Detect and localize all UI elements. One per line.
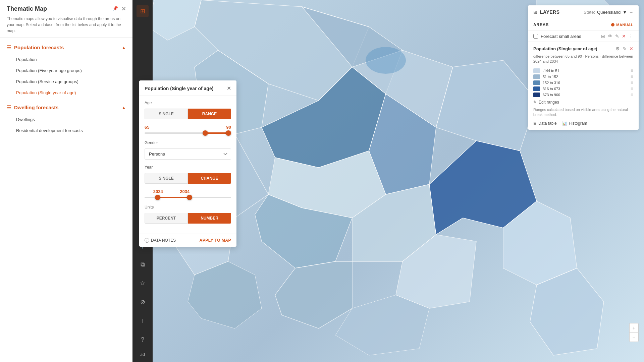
- sidebar-item-population[interactable]: Population: [0, 54, 132, 65]
- sidebar-item-residential-dev[interactable]: Residential development forecasts: [0, 125, 132, 136]
- forecast-eye-icon[interactable]: 👁: [608, 34, 612, 39]
- layer-settings-icon[interactable]: ⚙: [615, 46, 620, 51]
- layers-icon[interactable]: ⧉: [137, 258, 149, 270]
- year-slider-fill: [158, 197, 190, 198]
- legend-left-4: 673 to 966: [533, 93, 560, 97]
- pin-icon[interactable]: 📌: [112, 6, 118, 12]
- layer-close-icon[interactable]: ✕: [629, 46, 633, 51]
- units-percent-btn[interactable]: PERCENT: [145, 213, 188, 224]
- svg-marker-13: [436, 60, 537, 151]
- population-section-title: Population forecasts: [14, 45, 64, 50]
- age-slider-thumb-end[interactable]: [226, 130, 231, 136]
- upload-icon[interactable]: ↑: [137, 315, 149, 327]
- help-icon[interactable]: ?: [137, 334, 149, 346]
- areas-row: AREAS MANUAL: [528, 19, 639, 31]
- legend-color-1: [533, 74, 540, 79]
- layer-detail-icons: ⚙ ✎ ✕: [615, 46, 633, 51]
- gender-section-label: Gender: [145, 140, 231, 145]
- data-table-button[interactable]: ⊞ Data table: [533, 121, 557, 126]
- legend-grid-1: ⊞: [631, 75, 633, 78]
- popup-footer: i DATA NOTES APPLY TO MAP: [139, 234, 236, 247]
- forecast-menu-icon[interactable]: ⋮: [629, 34, 633, 39]
- data-notes-button[interactable]: i DATA NOTES: [145, 238, 176, 243]
- population-section-icon: ☰: [7, 44, 11, 51]
- table-icon: ⊞: [533, 121, 537, 126]
- year-change-btn[interactable]: CHANGE: [188, 173, 231, 184]
- histogram-icon: 📊: [562, 121, 567, 126]
- sidebar-item-population-service[interactable]: Population (Service age groups): [0, 76, 132, 87]
- legend-label-4: 673 to 966: [543, 93, 560, 97]
- age-single-btn[interactable]: SINGLE: [145, 109, 188, 119]
- edit-icon: ✎: [533, 100, 537, 105]
- histogram-button[interactable]: 📊 Histogram: [562, 121, 587, 126]
- data-table-label: Data table: [538, 121, 557, 126]
- dwelling-forecasts-section-header[interactable]: ☰ Dwelling forecasts ▲: [0, 101, 132, 114]
- svg-point-19: [366, 47, 406, 74]
- year-slider-thumb-start[interactable]: [155, 195, 160, 200]
- units-number-btn[interactable]: NUMBER: [188, 213, 231, 224]
- age-section-label: Age: [145, 101, 231, 105]
- close-sidebar-icon[interactable]: ✕: [121, 6, 126, 12]
- layers-nav-icon[interactable]: →: [629, 10, 633, 15]
- legend-left-3: 316 to 673: [533, 86, 560, 91]
- year-slider-labels: 2024 2034: [145, 189, 231, 194]
- popup-header: Population (Single year of age) ✕: [139, 80, 236, 96]
- legend-grid-4: ⊞: [631, 93, 633, 97]
- age-slider-container: 65 90: [145, 125, 231, 134]
- gender-select[interactable]: Persons Males Females: [145, 148, 231, 160]
- bookmark-icon[interactable]: ☆: [137, 277, 149, 289]
- sidebar-header: Thematic Map 📌 ✕ Thematic maps allow you…: [0, 0, 132, 38]
- legend-grid-3: ⊞: [631, 87, 633, 90]
- forecast-row: Forecast small areas ⊞ 👁 ✎ ✕ ⋮: [528, 31, 639, 42]
- year-section-label: Year: [145, 165, 231, 170]
- state-label: State:: [584, 10, 595, 15]
- zoom-out-button[interactable]: −: [629, 333, 639, 342]
- sidebar-item-population-single-year[interactable]: Population (Single year of age): [0, 87, 132, 98]
- section-header-left: ☰ Population forecasts: [7, 44, 64, 51]
- popup-dialog: Population (Single year of age) ✕ Age SI…: [139, 80, 236, 247]
- dwelling-section-title: Dwelling forecasts: [14, 105, 59, 110]
- layer-edit-icon[interactable]: ✎: [623, 46, 627, 51]
- zoom-in-button[interactable]: +: [629, 323, 639, 333]
- sidebar: Thematic Map 📌 ✕ Thematic maps allow you…: [0, 0, 132, 362]
- sidebar-title: Thematic Map 📌 ✕: [7, 5, 126, 12]
- legend-label-0: -144 to 51: [543, 69, 559, 73]
- legend-left-1: 51 to 152: [533, 74, 558, 79]
- year-single-btn[interactable]: SINGLE: [145, 173, 188, 184]
- age-range-btn[interactable]: RANGE: [188, 109, 231, 119]
- dwelling-section-header-left: ☰ Dwelling forecasts: [7, 104, 59, 111]
- layer-description: difference between 65 and 90 - Persons -…: [533, 54, 633, 64]
- state-value: Queensland: [597, 10, 621, 15]
- compare-icon[interactable]: ⊘: [137, 296, 149, 308]
- legend-color-3: [533, 86, 540, 91]
- year-end-label: 2034: [180, 189, 190, 194]
- age-slider-thumb-start[interactable]: [203, 130, 208, 136]
- population-forecasts-section-header[interactable]: ☰ Population forecasts ▲: [0, 41, 132, 54]
- age-slider-track[interactable]: [145, 132, 231, 134]
- sidebar-title-text: Thematic Map: [7, 5, 47, 12]
- legend-label-2: 152 to 316: [543, 81, 560, 85]
- year-slider-track[interactable]: [145, 197, 231, 198]
- forecast-checkbox[interactable]: [533, 34, 538, 39]
- edit-ranges-button[interactable]: ✎ Edit ranges: [533, 100, 633, 105]
- age-slider-fill: [205, 132, 229, 134]
- forecast-grid-icon[interactable]: ⊞: [601, 34, 605, 39]
- units-toggle-group: PERCENT NUMBER: [145, 213, 231, 224]
- apply-to-map-button[interactable]: APPLY TO MAP: [200, 238, 231, 243]
- forecast-delete-icon[interactable]: ✕: [622, 34, 626, 39]
- sidebar-item-population-five-year[interactable]: Population (Five year age groups): [0, 65, 132, 76]
- layers-panel-icon: ⊞: [533, 9, 537, 15]
- zoom-controls: + −: [629, 323, 639, 342]
- popup-close-icon[interactable]: ✕: [227, 85, 231, 92]
- info-icon: i: [145, 238, 149, 243]
- year-start-label: 2024: [153, 189, 163, 194]
- forecast-edit-icon[interactable]: ✎: [615, 34, 619, 39]
- thematic-map-icon[interactable]: ⊞: [137, 5, 149, 17]
- year-slider-thumb-end[interactable]: [187, 195, 192, 200]
- manual-label: MANUAL: [616, 23, 633, 27]
- sidebar-item-dwellings[interactable]: Dwellings: [0, 114, 132, 125]
- id-logo: .id: [140, 352, 145, 357]
- layer-detail: Population (Single year of age) ⚙ ✎ ✕ di…: [528, 42, 639, 130]
- state-selector[interactable]: State: Queensland ▼ →: [584, 10, 633, 15]
- layers-title: LAYERS: [540, 9, 560, 15]
